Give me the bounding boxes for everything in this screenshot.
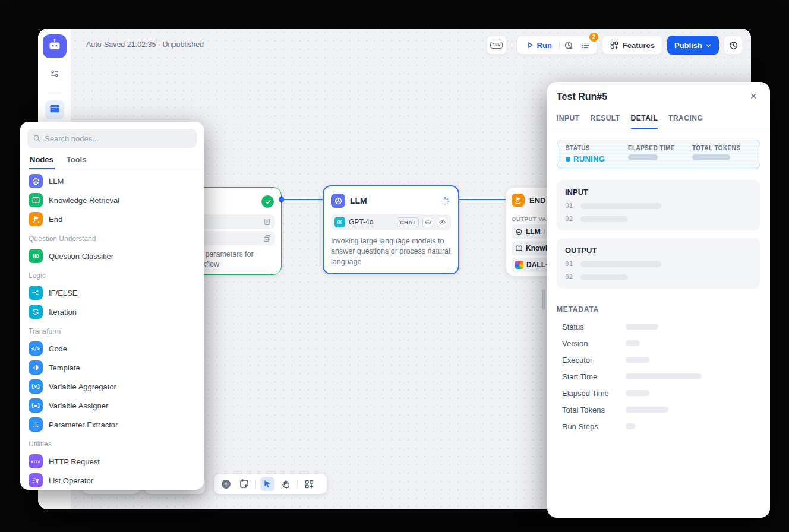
- section-logic: Logic: [20, 265, 204, 283]
- palette-item-http-request[interactable]: HTTP HTTP Request: [20, 452, 204, 471]
- autosave-status: Auto-Saved 21:02:35 · Unpublished: [86, 40, 204, 49]
- robot-icon: [48, 38, 62, 55]
- search-input[interactable]: [45, 134, 191, 143]
- llm-node[interactable]: LLM GPT-4o CHAT Invoking large language …: [323, 185, 459, 274]
- palette-item-parameter-extractor[interactable]: Parameter Extractor: [20, 415, 204, 434]
- add-node-button[interactable]: [219, 477, 233, 491]
- model-selector[interactable]: GPT-4o CHAT: [331, 214, 451, 230]
- success-check-icon: [261, 195, 274, 208]
- tab-tracing[interactable]: TRACING: [668, 110, 703, 129]
- workflow-settings-button[interactable]: [45, 65, 64, 84]
- restore-clock-icon: [728, 40, 738, 50]
- metadata-row-run-steps: Run Steps: [562, 418, 760, 435]
- template-icon: [29, 360, 43, 375]
- chevron-down-icon: [705, 42, 712, 49]
- skeleton-bar: [580, 261, 661, 267]
- hand-tool-button[interactable]: [279, 477, 293, 491]
- code-icon: </>: [29, 341, 43, 356]
- chat-mode-badge: CHAT: [397, 217, 419, 227]
- input-section: INPUT 01 02: [557, 180, 760, 230]
- checklist-count-badge: 2: [589, 32, 599, 42]
- status-value: RUNING: [573, 154, 605, 163]
- app-logo[interactable]: [43, 34, 67, 58]
- run-panel-tabs: INPUT RESULT DETAIL TRACING: [547, 110, 770, 129]
- scrollbar[interactable]: [542, 289, 545, 309]
- palette-item-llm[interactable]: LLM: [20, 172, 204, 191]
- skeleton-bar: [626, 340, 640, 346]
- section-question-understand: Question Understand: [20, 229, 204, 246]
- checklist-icon: [580, 40, 591, 50]
- palette-item-end[interactable]: End: [20, 210, 204, 229]
- organize-nodes-button[interactable]: [302, 477, 316, 491]
- llm-icon: [29, 174, 43, 188]
- palette-item-list-operator[interactable]: List Operator: [20, 471, 204, 490]
- metadata-row-status: Status: [562, 318, 760, 335]
- version-history-button[interactable]: [724, 36, 743, 55]
- tab-input[interactable]: INPUT: [557, 110, 580, 129]
- tab-detail[interactable]: DETAIL: [631, 110, 658, 129]
- metadata-title: METADATA: [557, 305, 760, 314]
- palette-item-variable-aggregator[interactable]: {x} Variable Aggregator: [20, 377, 204, 396]
- total-tokens-label: TOTAL TOKENS: [692, 145, 740, 151]
- env-icon: ENV: [490, 42, 502, 49]
- metadata-row-start-time: Start Time: [562, 368, 760, 385]
- input-title: INPUT: [565, 188, 752, 197]
- llm-node-title: LLM: [350, 196, 367, 205]
- add-note-button[interactable]: [237, 477, 251, 491]
- env-button[interactable]: ENV: [487, 36, 507, 55]
- status-card: STATUS RUNING ELAPSED TIME TOTAL TOKENS: [557, 140, 760, 169]
- canvas-toolbar: [214, 474, 327, 494]
- skeleton-bar: [626, 373, 702, 379]
- tab-result[interactable]: RESULT: [591, 110, 620, 129]
- running-spinner-icon: [440, 196, 450, 209]
- palette-item-variable-assigner[interactable]: {=} Variable Assigner: [20, 396, 204, 415]
- parameter-extractor-icon: [29, 417, 43, 432]
- variable-assigner-icon: {=}: [29, 398, 43, 413]
- toolbar-divider: [512, 41, 512, 49]
- metadata-row-version: Version: [562, 335, 760, 352]
- pointer-tool-button[interactable]: [260, 477, 274, 491]
- palette-item-knowledge-retrieval[interactable]: Knowledge Retrieval: [20, 191, 204, 210]
- tab-tools[interactable]: Tools: [65, 153, 88, 169]
- section-utilities: Utilities: [20, 434, 204, 452]
- publish-button[interactable]: Publish: [667, 36, 719, 55]
- openai-icon: [334, 217, 345, 227]
- edge-start-llm: [282, 199, 323, 200]
- node-list: LLM Knowledge Retrieval End Question Und…: [20, 169, 204, 490]
- window-icon: [49, 103, 61, 117]
- preview-panel-button[interactable]: [45, 100, 64, 119]
- if-else-icon: [29, 286, 43, 300]
- knowledge-retrieval-icon: [29, 193, 43, 207]
- skeleton-bar: [580, 203, 661, 209]
- metadata-row-executor: Executor: [562, 352, 760, 368]
- iteration-icon: [29, 305, 43, 319]
- running-dot-icon: [566, 157, 570, 162]
- search-icon: [33, 134, 41, 142]
- features-button[interactable]: Features: [602, 36, 662, 55]
- palette-item-code[interactable]: </> Code: [20, 339, 204, 358]
- test-run-panel: Test Run#5 × INPUT RESULT DETAIL TRACING…: [547, 82, 770, 518]
- sidebar-divider: [47, 93, 62, 93]
- http-request-icon: HTTP: [29, 454, 43, 468]
- run-history-button[interactable]: [561, 37, 577, 53]
- skeleton-bar: [580, 216, 628, 222]
- palette-tabs: Nodes Tools: [20, 153, 204, 169]
- palette-item-iteration[interactable]: Iteration: [20, 302, 204, 321]
- node-search[interactable]: [27, 129, 197, 148]
- tab-nodes[interactable]: Nodes: [29, 153, 55, 169]
- close-icon[interactable]: ×: [746, 89, 760, 103]
- memory-icon: [422, 217, 433, 227]
- skeleton-bar: [628, 154, 658, 160]
- dalle-icon: [515, 261, 523, 269]
- palette-item-if-else[interactable]: IF/ELSE: [20, 283, 204, 302]
- palette-item-template[interactable]: Template: [20, 358, 204, 377]
- end-icon: [29, 212, 43, 226]
- node-palette-panel: Nodes Tools LLM Knowledge Retrieval End …: [20, 122, 204, 490]
- top-toolbar: ENV Run: [487, 36, 743, 55]
- metadata-row-total-tokens: Total Tokens: [562, 401, 760, 418]
- list-operator-icon: [29, 473, 43, 487]
- skeleton-bar: [626, 357, 649, 363]
- run-button[interactable]: Run: [520, 36, 558, 54]
- metadata-row-elapsed-time: Elapsed Time: [562, 385, 760, 401]
- palette-item-question-classifier[interactable]: Question Classifier: [20, 246, 204, 265]
